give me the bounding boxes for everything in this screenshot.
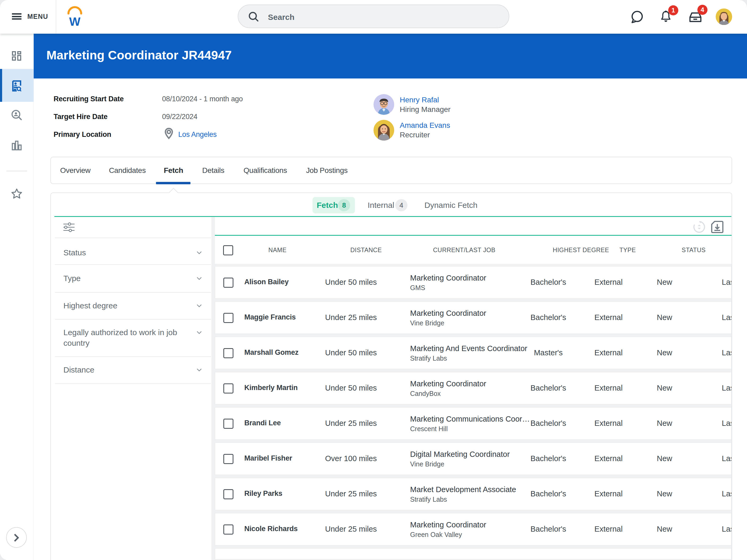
svg-text:W: W [69,15,81,28]
